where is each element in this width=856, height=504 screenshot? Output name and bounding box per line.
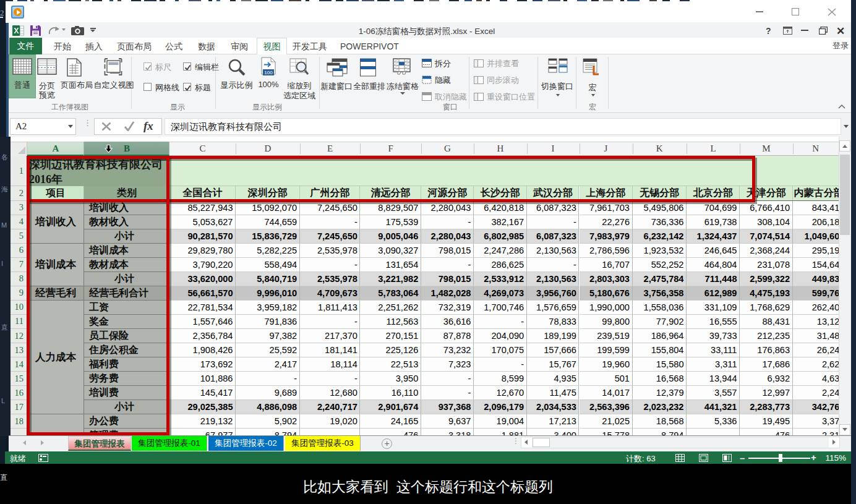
svg-text:100: 100 (264, 70, 273, 75)
